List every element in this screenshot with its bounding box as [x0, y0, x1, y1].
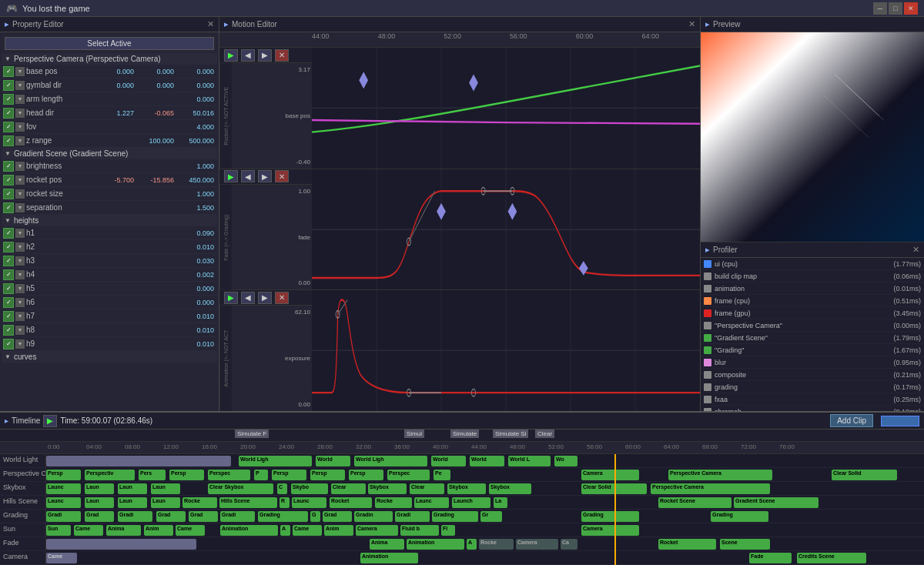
clip[interactable]: Clear: [331, 483, 366, 494]
clip[interactable]: Pe: [434, 470, 450, 480]
heights-section[interactable]: ▼ heights: [2, 215, 217, 226]
h4-arrow[interactable]: ▼: [15, 270, 25, 279]
clip[interactable]: Gradient Scene: [734, 497, 819, 508]
clip[interactable]: Clear: [410, 483, 444, 494]
clip[interactable]: Gradi: [46, 511, 81, 522]
sep-v1[interactable]: 1.500: [176, 204, 216, 212]
rocketsize-checkbox[interactable]: ✓: [3, 189, 14, 199]
basepos-arrow[interactable]: ▼: [15, 67, 25, 76]
play-btn-1[interactable]: ▶: [224, 49, 238, 62]
next-btn-3[interactable]: ▶: [258, 292, 272, 304]
clip[interactable]: Grad: [156, 511, 186, 522]
clip[interactable]: Perspective Camera: [651, 483, 770, 494]
add-clip-button[interactable]: Add Clip: [830, 414, 873, 427]
zrange-checkbox[interactable]: ✓: [3, 135, 14, 146]
clip[interactable]: Grad: [85, 511, 114, 522]
zrange-v1[interactable]: 100.000: [136, 137, 176, 145]
clip[interactable]: R: [280, 497, 290, 508]
clip[interactable]: Skybo: [291, 483, 328, 494]
clip[interactable]: Fluid b: [400, 525, 439, 536]
clip[interactable]: Scene: [720, 539, 770, 550]
h9-checkbox[interactable]: ✓: [3, 339, 14, 349]
clip[interactable]: Came: [176, 525, 205, 536]
credits-scene-clip[interactable]: Credits Scene: [797, 553, 866, 563]
clip[interactable]: World: [431, 456, 466, 466]
play-btn-2[interactable]: ▶: [224, 170, 238, 182]
clip[interactable]: Ca: [561, 539, 578, 550]
clip[interactable]: P: [254, 470, 268, 480]
clip[interactable]: Clear Skybox: [208, 483, 273, 494]
fov-arrow[interactable]: ▼: [15, 122, 25, 132]
headdir-checkbox[interactable]: ✓: [3, 108, 14, 119]
clip[interactable]: World Ligh: [354, 456, 427, 466]
zrange-arrow[interactable]: ▼: [15, 136, 25, 145]
h3-val[interactable]: 0.030: [176, 257, 216, 265]
clip[interactable]: Grad: [323, 511, 352, 522]
clip[interactable]: Grading: [711, 511, 768, 522]
clip[interactable]: Camera: [516, 539, 558, 550]
clip[interactable]: World Ligh: [239, 456, 312, 466]
bright-checkbox[interactable]: ✓: [3, 161, 14, 172]
stop-btn-2[interactable]: ✕: [275, 170, 289, 182]
clip[interactable]: Came: [293, 525, 322, 536]
armlen-v1[interactable]: 0.000: [176, 95, 216, 103]
clip[interactable]: [46, 539, 196, 550]
time-cursor[interactable]: [614, 454, 616, 565]
clip[interactable]: Gradin: [354, 511, 393, 522]
armlen-checkbox[interactable]: ✓: [3, 94, 14, 105]
clip[interactable]: Gradi: [118, 511, 152, 522]
clip[interactable]: Rocke: [375, 497, 412, 508]
h9-arrow[interactable]: ▼: [15, 339, 25, 349]
clip[interactable]: Fl: [441, 525, 455, 536]
clip[interactable]: A: [280, 525, 290, 536]
motion-editor-close[interactable]: ✕: [688, 19, 695, 29]
h7-arrow[interactable]: ▼: [15, 312, 25, 321]
clip[interactable]: Rocke: [182, 497, 217, 508]
h9-val[interactable]: 0.010: [176, 340, 216, 348]
zrange-v2[interactable]: 500.000: [176, 137, 216, 145]
prev-btn-1[interactable]: ◀: [241, 49, 255, 62]
rocketpos-v2[interactable]: -15.856: [136, 176, 176, 184]
clip[interactable]: Grading: [258, 511, 308, 522]
rocketpos-checkbox[interactable]: ✓: [3, 175, 14, 186]
clip[interactable]: Clear Solid: [832, 470, 897, 480]
clip[interactable]: Sun: [46, 525, 71, 536]
clip[interactable]: Skybox: [489, 483, 531, 494]
clip[interactable]: [46, 456, 231, 466]
clip[interactable]: Animation: [360, 553, 418, 563]
clip[interactable]: Camera: [581, 525, 639, 536]
fov-checkbox[interactable]: ✓: [3, 122, 14, 132]
clip[interactable]: Gradi: [220, 511, 255, 522]
headdir-v2[interactable]: -0.065: [136, 109, 176, 117]
clip[interactable]: Rocket: [658, 539, 716, 550]
next-btn-2[interactable]: ▶: [258, 170, 272, 182]
gymbal-v3[interactable]: 0.000: [176, 82, 216, 89]
property-editor-close[interactable]: ✕: [207, 19, 214, 29]
clip[interactable]: Persp: [169, 470, 204, 480]
clip[interactable]: Animation: [220, 525, 278, 536]
close-button[interactable]: ✕: [904, 2, 918, 15]
next-btn-1[interactable]: ▶: [258, 49, 272, 62]
h6-arrow[interactable]: ▼: [15, 298, 25, 307]
timeline-scrollbar[interactable]: [881, 416, 919, 426]
bright-v1[interactable]: 1.000: [176, 162, 216, 170]
basepos-v3[interactable]: 0.000: [176, 68, 216, 75]
h6-checkbox[interactable]: ✓: [3, 297, 14, 308]
h5-val[interactable]: 0.000: [176, 285, 216, 293]
clip[interactable]: Laun: [118, 483, 147, 494]
rocketpos-v3[interactable]: 450.000: [176, 176, 216, 184]
h1-checkbox[interactable]: ✓: [3, 228, 14, 239]
clip[interactable]: Grad: [189, 511, 218, 522]
h1-arrow[interactable]: ▼: [15, 229, 25, 238]
clip[interactable]: Launc: [46, 483, 81, 494]
clip[interactable]: Persp: [46, 470, 81, 480]
h8-checkbox[interactable]: ✓: [3, 325, 14, 336]
sep-checkbox[interactable]: ✓: [3, 202, 14, 213]
clip[interactable]: Rocket Scene: [658, 497, 732, 508]
h8-val[interactable]: 0.010: [176, 326, 216, 334]
clip[interactable]: G: [310, 511, 320, 522]
clip[interactable]: Anim: [324, 525, 353, 536]
clip[interactable]: Laun: [85, 483, 114, 494]
clip[interactable]: Anima: [370, 539, 404, 550]
headdir-v1[interactable]: 1.227: [95, 109, 136, 117]
